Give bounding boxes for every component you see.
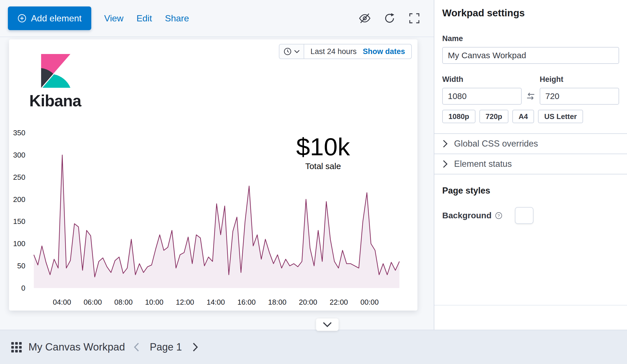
element-status-accordion[interactable]: Element status: [434, 154, 627, 174]
workpad-page[interactable]: Last 24 hours Show dates Kibana $10k: [9, 39, 417, 311]
svg-text:350: 350: [13, 130, 25, 137]
svg-text:16:00: 16:00: [237, 298, 256, 306]
menu-share[interactable]: Share: [165, 13, 189, 24]
refresh-icon: [384, 13, 395, 24]
add-element-button[interactable]: Add element: [8, 6, 91, 30]
canvas-area: Last 24 hours Show dates Kibana $10k: [0, 37, 434, 330]
fullscreen-button[interactable]: [406, 10, 423, 26]
sidebar-divider: [434, 305, 627, 305]
svg-text:12:00: 12:00: [176, 298, 194, 306]
svg-text:100: 100: [13, 239, 25, 248]
time-picker: Last 24 hours Show dates: [279, 44, 412, 59]
chevron-right-icon: [442, 140, 448, 148]
svg-text:?: ?: [497, 213, 500, 218]
chevron-right-icon: [442, 160, 448, 168]
svg-text:04:00: 04:00: [53, 298, 71, 306]
add-element-label: Add element: [31, 13, 82, 24]
background-setting-row: Background ?: [442, 207, 619, 224]
panel-title: Workpad settings: [442, 7, 619, 19]
clock-icon: [283, 47, 292, 56]
area-chart[interactable]: 05010015020025030035004:0006:0008:0010:0…: [9, 130, 415, 310]
chevron-down-icon: [323, 322, 332, 328]
current-page-label[interactable]: Page 1: [150, 341, 182, 353]
time-range-label[interactable]: Last 24 hours: [304, 47, 363, 56]
question-in-circle-icon: ?: [495, 212, 503, 219]
time-quick-select-button[interactable]: [279, 44, 304, 59]
menu-edit[interactable]: Edit: [136, 13, 152, 24]
accordion-label: Global CSS overrides: [454, 139, 538, 149]
width-input[interactable]: [442, 88, 522, 105]
swap-arrows-icon: [526, 91, 535, 101]
chevron-left-icon: [134, 342, 140, 352]
svg-text:20:00: 20:00: [299, 298, 317, 306]
previous-page-button[interactable]: [134, 342, 140, 352]
background-help-button[interactable]: ?: [495, 212, 503, 219]
preset-us-letter[interactable]: US Letter: [538, 110, 583, 123]
svg-text:18:00: 18:00: [268, 298, 286, 306]
kibana-wordmark: Kibana: [29, 91, 81, 110]
preset-a4[interactable]: A4: [512, 110, 534, 123]
top-toolbar: Add element View Edit Share: [0, 0, 434, 37]
svg-text:0: 0: [21, 284, 25, 292]
toolbar-icon-group: [357, 10, 423, 26]
swap-dimensions-button[interactable]: [522, 91, 540, 101]
svg-text:150: 150: [13, 217, 25, 226]
chevron-right-icon: [192, 342, 198, 352]
svg-text:08:00: 08:00: [114, 298, 133, 306]
preset-720p[interactable]: 720p: [479, 110, 508, 123]
page-styles-heading: Page styles: [442, 186, 619, 196]
size-presets: 1080p 720p A4 US Letter: [442, 110, 619, 123]
show-dates-button[interactable]: Show dates: [363, 47, 411, 56]
kibana-logo-element[interactable]: Kibana: [25, 54, 85, 110]
svg-text:06:00: 06:00: [84, 298, 102, 306]
preset-1080p[interactable]: 1080p: [442, 110, 475, 123]
svg-text:00:00: 00:00: [360, 298, 379, 306]
svg-text:14:00: 14:00: [206, 298, 225, 306]
svg-text:50: 50: [17, 262, 25, 270]
workpad-settings-panel: Workpad settings Name Width Height 1080p…: [434, 0, 627, 330]
canvas-main-column: Add element View Edit Share: [0, 0, 434, 330]
svg-text:200: 200: [13, 195, 25, 204]
settings-accordions: Global CSS overrides Element status: [434, 133, 627, 174]
page-manager-toggle-button[interactable]: [316, 318, 339, 331]
width-label: Width: [442, 75, 522, 84]
kibana-canvas-app: Add element View Edit Share: [0, 0, 627, 330]
size-controls: Width Height: [442, 75, 619, 105]
height-label: Height: [540, 75, 619, 84]
grid-icon: [11, 342, 22, 352]
height-input[interactable]: [540, 88, 619, 105]
menu-view[interactable]: View: [104, 13, 124, 24]
refresh-button[interactable]: [381, 10, 398, 26]
svg-text:10:00: 10:00: [145, 298, 163, 306]
hide-editing-controls-button[interactable]: [357, 10, 373, 26]
page-navigation: Page 1: [134, 341, 198, 353]
chevron-down-icon: [294, 50, 300, 53]
global-css-overrides-accordion[interactable]: Global CSS overrides: [434, 134, 627, 154]
workpad-name-input[interactable]: [442, 47, 619, 64]
fullscreen-icon: [409, 13, 420, 24]
svg-text:250: 250: [13, 173, 25, 181]
svg-text:300: 300: [13, 151, 25, 159]
workpad-manager-button[interactable]: My Canvas Workpad: [11, 341, 125, 353]
footer-workpad-name: My Canvas Workpad: [28, 341, 125, 353]
svg-text:22:00: 22:00: [330, 298, 348, 306]
plus-in-circle-icon: [17, 14, 26, 23]
accordion-label: Element status: [454, 159, 512, 169]
workpad-footer: My Canvas Workpad Page 1: [0, 330, 627, 364]
eye-slash-icon: [359, 12, 371, 24]
next-page-button[interactable]: [192, 342, 198, 352]
name-label: Name: [442, 34, 619, 43]
background-color-swatch[interactable]: [515, 207, 533, 224]
background-label: Background: [442, 211, 492, 220]
kibana-logo: [36, 54, 74, 89]
